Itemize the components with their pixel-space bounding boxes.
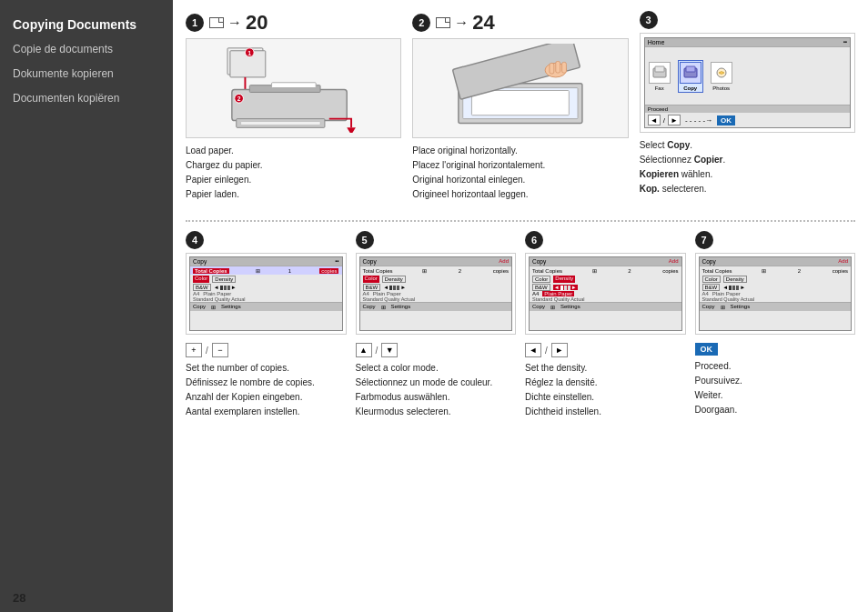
right-btn-6[interactable]: ► (551, 343, 568, 357)
step-1-arrow-row: → 20 (209, 11, 267, 35)
step-1-arrow: → (227, 15, 242, 31)
step-5-desc: Select a color mode. Sélectionnez un mod… (356, 361, 517, 419)
sidebar-subtitle-1: Copie de documents (13, 42, 160, 57)
sidebar: Copying Documents Copie de documents Dok… (0, 0, 173, 612)
dashed-arrow: - - - - -→ (685, 116, 712, 125)
screen3-photos-label: Photos (712, 85, 730, 91)
svg-rect-23 (686, 66, 695, 72)
step-7-desc: Proceed. Poursuivez. Weiter. Doorgaan. (695, 359, 856, 417)
step-7-block: 7 Copy Add Total Copies ⊞ 2 copies Col (695, 231, 856, 419)
step-4-image: Copy ▪▪ Total Copies ⊞ 1 copies Color De… (186, 253, 347, 335)
step-2-number: 2 (412, 14, 430, 32)
step-5-nav: ▲ / ▼ (356, 343, 517, 357)
svg-rect-10 (271, 83, 316, 88)
step-3-image: Home ▪▪ Fax (640, 33, 855, 133)
nav-slash-5: / (376, 346, 378, 356)
steps-top-row: 1 → 20 1 (186, 11, 855, 202)
step-4-desc: Set the number of copies. Définissez le … (186, 361, 347, 419)
down-btn[interactable]: ▼ (381, 343, 398, 357)
step-2-arrow: → (454, 15, 469, 31)
screen3-fax-label: Fax (655, 85, 664, 91)
sidebar-subtitle-3: Documenten kopiëren (13, 91, 160, 106)
svg-rect-7 (240, 122, 319, 125)
ok-btn-3[interactable]: OK (717, 115, 735, 125)
step-4-block: 4 Copy ▪▪ Total Copies ⊞ 1 copies Colo (186, 231, 347, 419)
step-5-number: 5 (356, 231, 374, 249)
color-label-4: Color (193, 276, 209, 283)
step-1-image: 1 2 (186, 38, 401, 138)
svg-text:1: 1 (247, 50, 251, 56)
step-7-image: Copy Add Total Copies ⊞ 2 copies Color D… (695, 253, 856, 335)
step-5-header: 5 (356, 231, 517, 249)
svg-rect-21 (655, 66, 664, 72)
density-label-4: Density (212, 276, 236, 283)
step-5-image: Copy Add Total Copies ⊞ 2 copies Color D… (356, 253, 517, 335)
nav-right-btn[interactable]: ► (668, 115, 681, 125)
step-7-header: 7 (695, 231, 856, 249)
step-3-desc: Select Copy. Sélectionnez Copier. Kopier… (640, 138, 855, 196)
step-6-block: 6 Copy Add Total Copies ⊞ 2 copies Col (525, 231, 686, 419)
step-6-image: Copy Add Total Copies ⊞ 2 copies Color D… (525, 253, 686, 335)
svg-rect-4 (232, 90, 347, 121)
main-content: 1 → 20 1 (173, 0, 868, 612)
bnw-label-4: B&W (193, 284, 211, 291)
step-4-header: 4 (186, 231, 347, 249)
step-6-desc: Set the density. Réglez la densité. Dich… (525, 361, 686, 419)
left-btn-6[interactable]: ◄ (525, 343, 541, 357)
step-4-nav: + / − (186, 343, 347, 357)
screen3-home-label: Home (648, 39, 665, 45)
step-3-header: 3 (640, 11, 855, 29)
svg-marker-11 (347, 128, 356, 133)
step-6-nav: ◄ / ► (525, 343, 686, 357)
step-2-image (412, 38, 628, 138)
step-6-header: 6 (525, 231, 686, 249)
step-2-arrow-row: → 24 (436, 11, 494, 35)
step-6-number: 6 (525, 231, 543, 249)
screen3-proceed-label: Proceed (648, 106, 668, 112)
svg-text:2: 2 (237, 96, 240, 103)
step-3-number: 3 (640, 11, 658, 29)
sidebar-subtitle-2: Dokumente kopieren (13, 66, 160, 82)
minus-btn[interactable]: − (212, 343, 228, 357)
step-5-block: 5 Copy Add Total Copies ⊞ 2 copies Col (356, 231, 517, 419)
step-1-header: 1 → 20 (186, 11, 401, 35)
step-1-pageref: 20 (246, 11, 267, 35)
step-1-number: 1 (186, 14, 204, 32)
up-btn[interactable]: ▲ (356, 343, 372, 357)
nav-slash-6: / (545, 346, 548, 356)
step-3-block: 3 Home ▪▪ Fax (640, 11, 855, 202)
divider (186, 220, 855, 222)
svg-rect-19 (562, 63, 567, 74)
step-1-block: 1 → 20 1 (186, 11, 401, 202)
step-7-number: 7 (695, 231, 713, 249)
nav-left-btn[interactable]: ◄ (648, 115, 661, 125)
step-2-header: 2 → 24 (412, 11, 628, 35)
step-7-nav: OK (695, 343, 856, 356)
svg-rect-17 (550, 64, 554, 75)
step-2-desc: Place original horizontally. Placez l'or… (412, 144, 628, 202)
steps-bottom-row: 4 Copy ▪▪ Total Copies ⊞ 1 copies Colo (186, 231, 855, 419)
step-2-pageref: 24 (472, 11, 494, 35)
paper-icon-1 (209, 17, 224, 28)
paper-icon-2 (436, 17, 450, 28)
page-number: 28 (13, 591, 25, 605)
total-copies-label-4: Total Copies (193, 268, 229, 274)
copies-label-4: copies (319, 268, 338, 274)
nav-slash-3: / (663, 116, 665, 125)
svg-rect-14 (472, 91, 570, 115)
screen3-copy-label: Copy (683, 85, 697, 91)
svg-rect-18 (556, 62, 560, 74)
step-4-number: 4 (186, 231, 204, 249)
step-1-desc: Load paper. Chargez du papier. Papier ei… (186, 144, 401, 202)
plus-btn[interactable]: + (186, 343, 202, 357)
nav-slash-4: / (206, 346, 208, 356)
sidebar-title: Copying Documents (13, 16, 160, 33)
ok-btn-7[interactable]: OK (695, 343, 719, 356)
step-2-block: 2 → 24 (412, 11, 628, 202)
